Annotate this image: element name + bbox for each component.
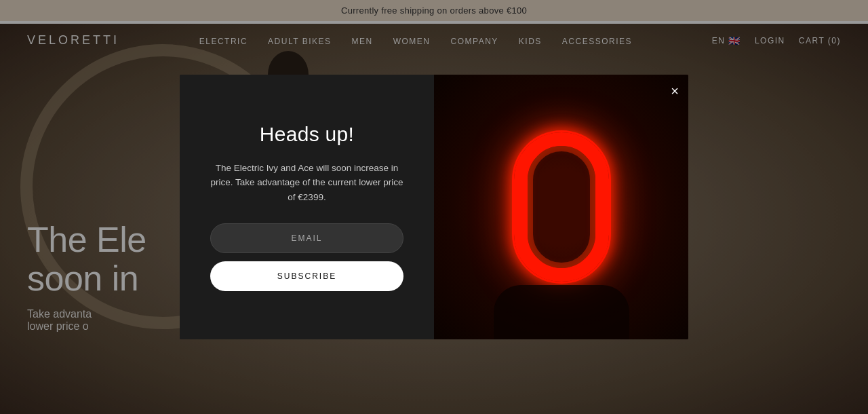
modal-body-text: The Electric Ivy and Ace will soon incre… — [210, 161, 403, 205]
modal-overlay[interactable]: × Heads up! The Electric Ivy and Ace wil… — [0, 0, 868, 414]
neon-o-inner — [528, 146, 595, 268]
subscribe-button[interactable]: SUBSCRIBE — [210, 261, 403, 291]
modal-right-panel — [434, 75, 688, 339]
modal-close-button[interactable]: × — [671, 84, 679, 98]
email-input[interactable] — [210, 223, 403, 253]
modal: × Heads up! The Electric Ivy and Ace wil… — [180, 75, 688, 339]
bike-silhouette — [494, 285, 629, 339]
neon-o-decoration — [514, 132, 609, 282]
modal-left-panel: Heads up! The Electric Ivy and Ace will … — [180, 75, 434, 339]
modal-title: Heads up! — [260, 123, 354, 146]
